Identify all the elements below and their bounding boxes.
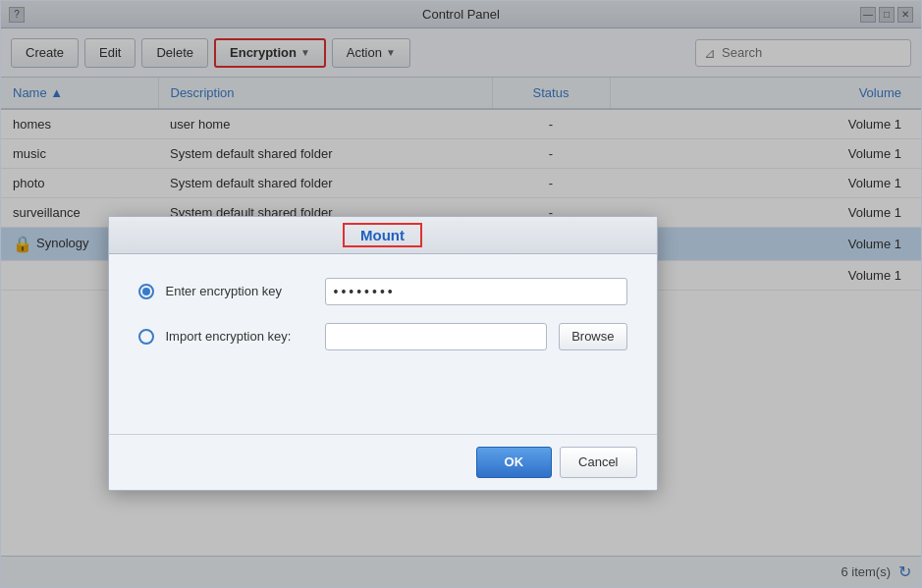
modal-footer: OK Cancel: [109, 434, 657, 490]
modal-title: Mount: [343, 223, 422, 247]
modal-overlay: Mount Enter encryption key Import encryp…: [1, 1, 921, 587]
main-window: ? Control Panel — □ ✕ Create Edit Delete…: [0, 0, 922, 588]
cancel-button[interactable]: Cancel: [560, 447, 636, 478]
import-key-input[interactable]: [325, 323, 548, 350]
encryption-key-input[interactable]: [325, 278, 627, 305]
radio-import-key[interactable]: [138, 329, 154, 345]
encryption-key-row: Enter encryption key: [138, 278, 627, 305]
import-key-label: Import encryption key:: [166, 329, 313, 344]
import-key-row: Import encryption key: Browse: [138, 323, 627, 350]
browse-button[interactable]: Browse: [559, 323, 626, 350]
radio-enter-key[interactable]: [138, 284, 154, 299]
ok-button[interactable]: OK: [476, 447, 553, 478]
enter-key-label: Enter encryption key: [166, 284, 313, 298]
modal-body: Enter encryption key Import encryption k…: [109, 254, 657, 434]
mount-dialog: Mount Enter encryption key Import encryp…: [108, 216, 658, 491]
modal-title-bar: Mount: [109, 217, 657, 254]
